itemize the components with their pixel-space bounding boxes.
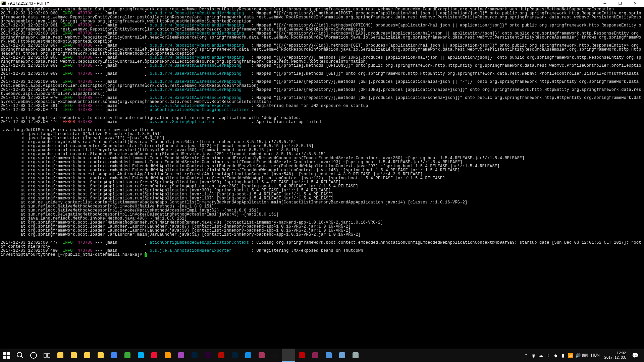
svg-rect-25 [245, 352, 251, 358]
terminal-output[interactable]: eable,org.springframework.data.domain.So… [0, 7, 644, 349]
close-button[interactable]: ✕ [628, 0, 643, 7]
svg-rect-23 [218, 352, 224, 358]
svg-rect-31 [326, 352, 332, 358]
svg-rect-17 [138, 352, 144, 358]
svg-rect-14 [98, 352, 104, 358]
taskbar-app-printer[interactable] [335, 349, 349, 362]
svg-rect-26 [259, 352, 265, 358]
svg-rect-4 [3, 356, 6, 359]
svg-rect-28 [285, 352, 291, 358]
taskbar-app-putty[interactable] [282, 349, 295, 362]
svg-rect-11 [57, 352, 63, 358]
svg-rect-5 [7, 356, 10, 359]
taskbar-app-premiere[interactable] [201, 349, 215, 362]
taskbar-app-remote[interactable] [322, 349, 335, 362]
taskbar-app-jetbrains[interactable] [174, 349, 188, 362]
svg-rect-12 [71, 352, 77, 358]
tray-battery-icon[interactable]: ▮ [559, 349, 567, 362]
taskbar-app-chrome[interactable] [107, 349, 121, 362]
minimize-button[interactable]: ─ [597, 0, 612, 7]
svg-rect-30 [312, 352, 318, 358]
svg-rect-3 [7, 352, 10, 355]
svg-rect-29 [299, 352, 305, 358]
svg-rect-32 [339, 352, 345, 358]
taskbar-app-downloads[interactable] [67, 349, 80, 362]
svg-line-7 [21, 356, 23, 358]
taskbar-app-lightroom[interactable] [188, 349, 201, 362]
svg-rect-15 [111, 352, 117, 358]
window-titlebar[interactable]: 79.172.252.43 - PuTTY ─ ❐ ✕ [0, 0, 644, 7]
taskbar-app-snip[interactable] [309, 349, 322, 362]
tray-volume-icon[interactable]: 🔊 [574, 349, 582, 362]
taskbar-app-acrobat[interactable] [215, 349, 228, 362]
svg-rect-21 [192, 352, 198, 358]
tray-bluetooth-icon[interactable]: ᛒ [545, 349, 552, 362]
taskbar-app-teamviewer[interactable] [241, 349, 255, 362]
taskbar-app-file-explorer[interactable] [54, 349, 67, 362]
taskbar-app-pycharm[interactable] [255, 349, 268, 362]
taskbar-app-skype[interactable] [134, 349, 148, 362]
tray-input-icon[interactable]: ⌨ [582, 349, 589, 362]
tray-people-icon[interactable]: ◉ [530, 349, 537, 362]
tray-show-hidden-icon[interactable]: ˄ [523, 349, 530, 362]
language-indicator[interactable]: HUN [589, 353, 602, 358]
svg-point-8 [31, 352, 37, 358]
action-center-icon[interactable]: 💬 [629, 349, 642, 362]
svg-rect-13 [84, 352, 90, 358]
svg-rect-24 [232, 352, 238, 358]
taskbar-app-start[interactable] [0, 349, 13, 362]
taskbar-app-cortana[interactable] [27, 349, 40, 362]
clock[interactable]: 12:02 2017. 12. 03. [602, 351, 629, 360]
tray-onedrive-icon[interactable]: ☁ [537, 349, 545, 362]
svg-rect-16 [124, 352, 130, 358]
taskbar-app-sublime[interactable] [161, 349, 174, 362]
window-title: 79.172.252.43 - PuTTY [7, 1, 597, 6]
svg-rect-1 [2, 2, 3, 3]
taskbar-app-ccleaner[interactable] [148, 349, 161, 362]
svg-rect-10 [48, 353, 50, 357]
svg-rect-2 [3, 352, 6, 355]
taskbar-app-photoshop[interactable] [228, 349, 241, 362]
svg-point-6 [17, 352, 22, 357]
taskbar-app-folder2[interactable] [94, 349, 107, 362]
taskbar-app-search[interactable] [13, 349, 27, 362]
svg-rect-27 [272, 352, 278, 358]
svg-rect-33 [353, 352, 359, 358]
taskbar-app-folder[interactable] [80, 349, 94, 362]
taskbar: ˄ ◉ ☁ ᛒ ◆ ▮ 📶 🔊 ⌨ HUN 12:02 2017. 12. 03… [0, 349, 644, 362]
putty-icon [1, 1, 6, 6]
maximize-button[interactable]: ❐ [612, 0, 628, 7]
svg-rect-18 [151, 352, 157, 358]
taskbar-app-cmd[interactable] [268, 349, 282, 362]
tray-antivirus-icon[interactable]: ◆ [552, 349, 559, 362]
taskbar-app-taskview[interactable] [40, 349, 54, 362]
svg-rect-19 [165, 352, 171, 358]
svg-rect-20 [178, 352, 184, 358]
taskbar-app-utorrent[interactable] [121, 349, 134, 362]
svg-rect-22 [205, 352, 211, 358]
taskbar-app-cloud[interactable] [349, 349, 362, 362]
taskbar-app-filezilla[interactable] [295, 349, 309, 362]
tray-network-icon[interactable]: 📶 [567, 349, 574, 362]
svg-rect-9 [44, 353, 46, 357]
